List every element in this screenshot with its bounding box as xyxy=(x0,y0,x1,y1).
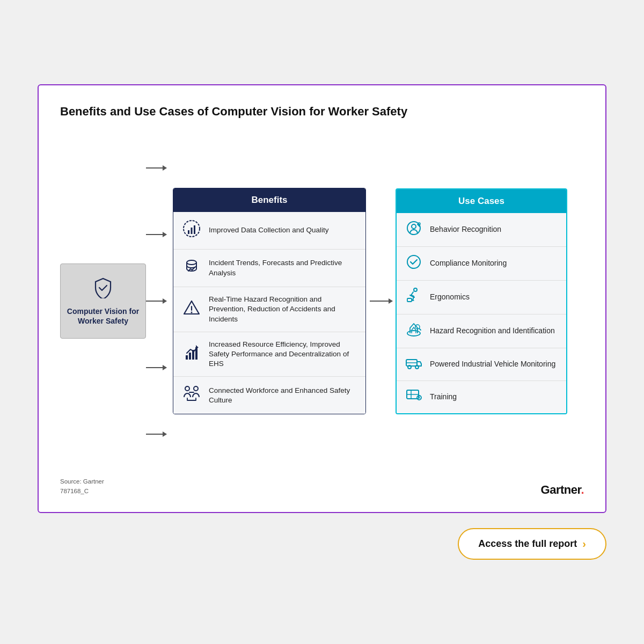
usecases-header: Use Cases xyxy=(397,189,566,213)
connected-workforce-icon xyxy=(182,384,201,406)
warning-icon xyxy=(182,298,201,320)
access-btn-label: Access the full report xyxy=(478,538,577,550)
arrow-4 xyxy=(146,367,173,368)
usecase-text-1: Behavior Recognition xyxy=(430,224,501,235)
svg-rect-3 xyxy=(194,225,195,234)
svg-line-21 xyxy=(419,328,421,330)
benefit-item-4: Increased Resource Efficiency, Improved … xyxy=(173,332,365,377)
cv-box-label: Computer Vision for Worker Safety xyxy=(66,306,140,326)
data-chart-icon xyxy=(182,219,201,241)
usecase-text-5: Powered Industrial Vehicle Monitoring xyxy=(430,359,555,369)
shield-check-icon xyxy=(92,277,114,302)
svg-point-17 xyxy=(414,288,417,291)
svg-rect-1 xyxy=(188,230,189,234)
access-btn-wrapper: Access the full report › xyxy=(38,528,606,560)
gartner-logo: Gartner. xyxy=(541,483,584,497)
usecases-panel: Use Cases Behavior Recognition xyxy=(396,188,567,414)
benefit-text-3: Real-Time Hazard Recognition and Prevent… xyxy=(209,295,357,324)
benefit-text-1: Improved Data Collection and Quality xyxy=(209,225,329,235)
usecase-item-2: Compliance Monitoring xyxy=(397,247,566,281)
hazard-icon xyxy=(405,321,422,341)
benefit-item-5: Connected Workforce and Enhanced Safety … xyxy=(173,377,365,414)
arrow-3 xyxy=(146,301,173,302)
source-block: Source: Gartner 787168_C xyxy=(60,477,584,496)
access-full-report-button[interactable]: Access the full report › xyxy=(458,528,606,560)
usecase-item-4: Hazard Recognition and Identification xyxy=(397,314,566,348)
usecase-text-4: Hazard Recognition and Identification xyxy=(430,326,555,336)
svg-point-12 xyxy=(194,386,198,391)
benefit-item-2: Incident Trends, Forecasts and Predictiv… xyxy=(173,250,365,287)
svg-point-6 xyxy=(191,311,193,313)
diagram-area: Computer Vision for Worker Safety Benefi… xyxy=(60,135,584,467)
main-card: Benefits and Use Cases of Computer Visio… xyxy=(38,84,606,513)
svg-point-23 xyxy=(408,365,411,369)
svg-point-4 xyxy=(187,260,196,265)
svg-point-19 xyxy=(407,331,420,336)
svg-rect-8 xyxy=(189,353,191,360)
training-icon xyxy=(405,388,422,406)
usecase-item-6: Training xyxy=(397,381,566,413)
gartner-dot: . xyxy=(581,483,584,496)
usecase-text-6: Training xyxy=(430,392,457,402)
svg-rect-2 xyxy=(191,228,193,234)
source-line2: 787168_C xyxy=(60,487,584,496)
usecase-item-5: Powered Industrial Vehicle Monitoring xyxy=(397,348,566,381)
benefit-text-4: Increased Resource Efficiency, Improved … xyxy=(209,340,357,369)
resource-efficiency-icon xyxy=(182,343,201,365)
cv-box: Computer Vision for Worker Safety xyxy=(60,264,146,339)
compliance-icon xyxy=(405,254,422,273)
svg-point-11 xyxy=(185,386,189,391)
card-title: Benefits and Use Cases of Computer Visio… xyxy=(60,105,584,119)
usecase-item-3: Ergonomics xyxy=(397,281,566,314)
svg-point-14 xyxy=(412,224,416,229)
benefit-text-5: Connected Workforce and Enhanced Safety … xyxy=(209,386,357,405)
arrow-2 xyxy=(146,234,173,235)
ergonomics-icon xyxy=(405,288,422,307)
usecase-text-3: Ergonomics xyxy=(430,292,470,302)
svg-point-24 xyxy=(415,365,419,369)
svg-point-16 xyxy=(407,255,420,268)
source-line1: Source: Gartner xyxy=(60,477,584,486)
arrow-5 xyxy=(146,434,173,435)
outer-wrapper: Benefits and Use Cases of Computer Visio… xyxy=(27,27,617,617)
benefits-panel: Benefits Improved Data Collection and Qu… xyxy=(173,188,366,414)
svg-rect-18 xyxy=(407,298,412,302)
database-trend-icon xyxy=(182,257,201,279)
arrow-1 xyxy=(146,167,173,169)
vehicle-icon xyxy=(405,355,422,374)
benefit-text-2: Incident Trends, Forecasts and Predictiv… xyxy=(209,258,357,277)
benefit-item-3: Real-Time Hazard Recognition and Prevent… xyxy=(173,287,365,332)
benefits-header: Benefits xyxy=(173,188,365,212)
mid-arrow xyxy=(366,301,396,302)
usecase-item-1: Behavior Recognition xyxy=(397,213,566,247)
chevron-right-icon: › xyxy=(582,538,586,550)
behavior-icon xyxy=(405,220,422,239)
usecase-text-2: Compliance Monitoring xyxy=(430,258,507,268)
benefit-item-1: Improved Data Collection and Quality xyxy=(173,212,365,250)
svg-rect-7 xyxy=(186,355,188,360)
arrows-from-cv xyxy=(146,135,173,467)
